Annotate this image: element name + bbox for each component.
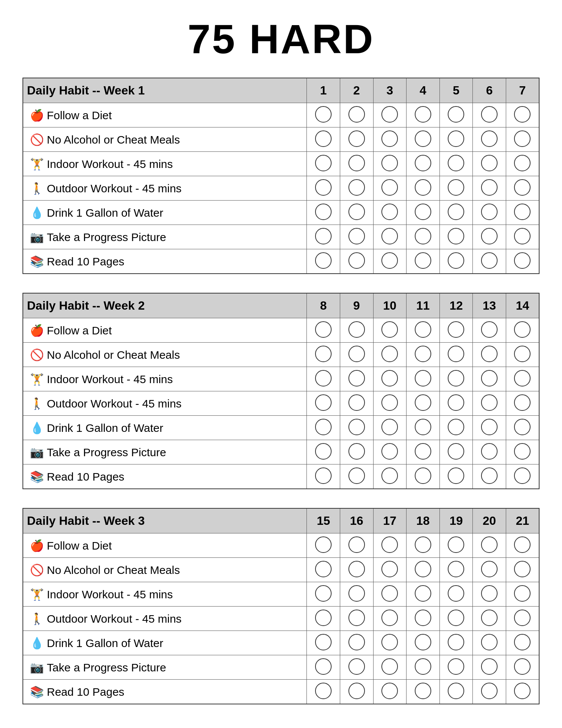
check-week3-day21-habit1[interactable]: [506, 558, 539, 582]
check-week3-day20-habit6[interactable]: [473, 680, 506, 704]
check-week1-day1-habit1[interactable]: [307, 127, 340, 152]
check-week1-day2-habit1[interactable]: [340, 127, 373, 152]
checkbox-circle[interactable]: [514, 370, 531, 386]
check-week3-day17-habit5[interactable]: [373, 655, 407, 680]
checkbox-circle[interactable]: [348, 179, 365, 196]
checkbox-circle[interactable]: [348, 204, 365, 220]
check-week2-day14-habit5[interactable]: [506, 440, 539, 464]
check-week3-day15-habit6[interactable]: [307, 680, 340, 704]
checkbox-circle[interactable]: [448, 179, 464, 196]
checkbox-circle[interactable]: [415, 228, 431, 244]
check-week3-day19-habit1[interactable]: [439, 558, 473, 582]
checkbox-circle[interactable]: [381, 252, 398, 269]
checkbox-circle[interactable]: [315, 683, 332, 699]
checkbox-circle[interactable]: [415, 321, 431, 338]
checkbox-circle[interactable]: [481, 394, 498, 411]
check-week3-day16-habit5[interactable]: [340, 655, 373, 680]
checkbox-circle[interactable]: [514, 610, 531, 626]
check-week2-day8-habit0[interactable]: [307, 318, 340, 343]
checkbox-circle[interactable]: [348, 228, 365, 244]
checkbox-circle[interactable]: [514, 130, 531, 147]
checkbox-circle[interactable]: [315, 204, 332, 220]
check-week1-day4-habit1[interactable]: [407, 127, 440, 152]
check-week2-day9-habit4[interactable]: [340, 416, 373, 440]
check-week1-day2-habit5[interactable]: [340, 225, 373, 249]
checkbox-circle[interactable]: [315, 634, 332, 650]
checkbox-circle[interactable]: [315, 370, 332, 386]
check-week2-day10-habit4[interactable]: [373, 416, 407, 440]
check-week3-day20-habit2[interactable]: [473, 582, 506, 607]
checkbox-circle[interactable]: [381, 443, 398, 460]
checkbox-circle[interactable]: [315, 610, 332, 626]
checkbox-circle[interactable]: [415, 419, 431, 435]
checkbox-circle[interactable]: [481, 610, 498, 626]
check-week2-day14-habit0[interactable]: [506, 318, 539, 343]
checkbox-circle[interactable]: [481, 561, 498, 577]
check-week2-day9-habit0[interactable]: [340, 318, 373, 343]
check-week2-day14-habit1[interactable]: [506, 343, 539, 367]
check-week2-day14-habit4[interactable]: [506, 416, 539, 440]
check-week1-day2-habit2[interactable]: [340, 152, 373, 176]
checkbox-circle[interactable]: [448, 346, 464, 362]
checkbox-circle[interactable]: [381, 155, 398, 171]
check-week1-day6-habit1[interactable]: [473, 127, 506, 152]
check-week1-day4-habit2[interactable]: [407, 152, 440, 176]
check-week2-day12-habit2[interactable]: [439, 367, 473, 391]
checkbox-circle[interactable]: [481, 536, 498, 553]
check-week3-day15-habit1[interactable]: [307, 558, 340, 582]
checkbox-circle[interactable]: [448, 683, 464, 699]
check-week2-day10-habit1[interactable]: [373, 343, 407, 367]
checkbox-circle[interactable]: [381, 683, 398, 699]
check-week2-day11-habit4[interactable]: [407, 416, 440, 440]
check-week2-day12-habit1[interactable]: [439, 343, 473, 367]
check-week3-day18-habit5[interactable]: [407, 655, 440, 680]
check-week1-day5-habit0[interactable]: [439, 103, 473, 127]
check-week1-day5-habit3[interactable]: [439, 176, 473, 201]
check-week2-day12-habit5[interactable]: [439, 440, 473, 464]
check-week1-day1-habit3[interactable]: [307, 176, 340, 201]
check-week3-day17-habit0[interactable]: [373, 533, 407, 558]
checkbox-circle[interactable]: [448, 370, 464, 386]
check-week2-day13-habit6[interactable]: [473, 464, 506, 489]
checkbox-circle[interactable]: [315, 321, 332, 338]
checkbox-circle[interactable]: [448, 321, 464, 338]
check-week1-day4-habit6[interactable]: [407, 249, 440, 274]
check-week3-day17-habit4[interactable]: [373, 631, 407, 655]
check-week1-day5-habit4[interactable]: [439, 201, 473, 225]
check-week1-day2-habit4[interactable]: [340, 201, 373, 225]
checkbox-circle[interactable]: [514, 634, 531, 650]
checkbox-circle[interactable]: [481, 683, 498, 699]
check-week3-day17-habit1[interactable]: [373, 558, 407, 582]
checkbox-circle[interactable]: [514, 419, 531, 435]
checkbox-circle[interactable]: [481, 179, 498, 196]
checkbox-circle[interactable]: [381, 179, 398, 196]
check-week3-day16-habit4[interactable]: [340, 631, 373, 655]
checkbox-circle[interactable]: [315, 658, 332, 675]
check-week1-day7-habit2[interactable]: [506, 152, 539, 176]
check-week1-day4-habit3[interactable]: [407, 176, 440, 201]
check-week1-day7-habit4[interactable]: [506, 201, 539, 225]
check-week2-day9-habit5[interactable]: [340, 440, 373, 464]
check-week3-day21-habit3[interactable]: [506, 607, 539, 631]
checkbox-circle[interactable]: [448, 394, 464, 411]
check-week3-day15-habit5[interactable]: [307, 655, 340, 680]
check-week1-day1-habit0[interactable]: [307, 103, 340, 127]
checkbox-circle[interactable]: [514, 321, 531, 338]
check-week3-day20-habit3[interactable]: [473, 607, 506, 631]
check-week2-day11-habit1[interactable]: [407, 343, 440, 367]
checkbox-circle[interactable]: [481, 155, 498, 171]
check-week1-day1-habit6[interactable]: [307, 249, 340, 274]
check-week2-day14-habit3[interactable]: [506, 391, 539, 416]
checkbox-circle[interactable]: [348, 467, 365, 484]
checkbox-circle[interactable]: [481, 204, 498, 220]
checkbox-circle[interactable]: [514, 394, 531, 411]
checkbox-circle[interactable]: [348, 683, 365, 699]
check-week2-day11-habit3[interactable]: [407, 391, 440, 416]
checkbox-circle[interactable]: [348, 106, 365, 123]
checkbox-circle[interactable]: [381, 130, 398, 147]
checkbox-circle[interactable]: [481, 443, 498, 460]
checkbox-circle[interactable]: [514, 204, 531, 220]
check-week1-day6-habit3[interactable]: [473, 176, 506, 201]
check-week2-day12-habit0[interactable]: [439, 318, 473, 343]
checkbox-circle[interactable]: [448, 561, 464, 577]
